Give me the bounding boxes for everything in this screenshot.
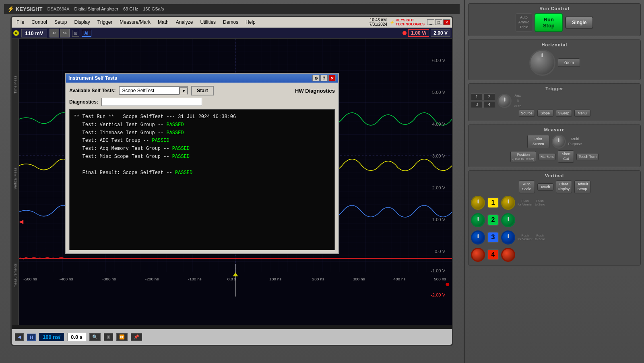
scope-header: ⚡ KEYSIGHT DSAZ634A Digital Signal Analy…	[4, 4, 460, 14]
ch3-row: 3 Push for Vernier Push to Zero	[471, 230, 638, 245]
test-line-0: ** Test Run ** Scope SelfTest --- 31 JUL…	[74, 114, 330, 120]
ch1-voltage: 1.00 V/	[408, 29, 429, 37]
svg-text:400 ns: 400 ns	[393, 277, 405, 281]
ai-btn[interactable]: AI	[82, 30, 91, 37]
ch3-scale-knob[interactable]	[471, 230, 485, 245]
search-btn[interactable]: 🔍	[89, 333, 101, 341]
markers-btn[interactable]: Markers	[539, 153, 556, 160]
dialog-close-btn[interactable]: ✕	[328, 75, 336, 81]
h-label: H	[27, 334, 36, 341]
multi-purpose-label: MultiPurpose	[568, 137, 582, 146]
nav-left-btn[interactable]: ◀	[15, 333, 24, 341]
svg-text:0.0 V: 0.0 V	[435, 249, 446, 254]
slope-btn[interactable]: Slope	[537, 110, 553, 117]
ch2-pos-knob[interactable]	[501, 213, 515, 227]
menu-trigger[interactable]: Trigger	[94, 19, 116, 26]
diagnostics-label: Diagnostics:	[69, 99, 98, 105]
available-tests-row: Available Self Tests: Scope SelfTest ▼ S…	[69, 86, 335, 95]
test-results: ** Test Run ** Scope SelfTest --- 31 JUL…	[69, 109, 335, 250]
ch1-pos-knob[interactable]	[501, 196, 515, 210]
menu-demos[interactable]: Demos	[220, 19, 242, 26]
horizontal-section: Horizontal Zoom	[468, 39, 641, 80]
svg-text:4.00 V: 4.00 V	[432, 122, 446, 127]
position-btn[interactable]: Position(Hold to Reset)	[510, 151, 536, 162]
default-setup-btn[interactable]: DefaultSetup	[574, 180, 590, 193]
redo-btn[interactable]: ↪	[60, 29, 70, 37]
trigger-marker	[233, 272, 238, 276]
ch4-pos-knob[interactable]	[501, 248, 515, 262]
horizontal-control-row: Zoom	[471, 50, 638, 76]
svg-text:-200 ns: -200 ns	[145, 277, 159, 281]
run-stop-btn[interactable]: RunStop	[535, 13, 563, 32]
trigger-menu-btn[interactable]: Menu	[574, 110, 590, 117]
zoom-btn[interactable]: ⊞	[72, 30, 79, 37]
trig-3[interactable]: 3	[471, 101, 483, 108]
dialog-gear-btn[interactable]: ⚙	[312, 75, 320, 81]
auto-scale-btn[interactable]: AutoScale	[519, 180, 535, 193]
touch-btn[interactable]: Touch	[537, 183, 553, 191]
scope-model: DSAZ634A	[47, 6, 69, 11]
ch3-pos-knob[interactable]	[501, 230, 515, 245]
start-btn[interactable]: Start	[191, 86, 213, 95]
grid-btn[interactable]: ⊞	[104, 333, 113, 341]
logo-symbol: ⚡	[7, 6, 14, 12]
menu-analyze[interactable]: Analyze	[173, 19, 196, 26]
trigger-pos[interactable]: 0.0 s	[67, 333, 86, 341]
undo-btn[interactable]: ↩	[50, 29, 59, 37]
screen-container: File Control Setup Display Trigger Measu…	[10, 16, 453, 346]
close-btn[interactable]: ✕	[443, 19, 450, 25]
test-dropdown[interactable]: Scope SelfTest	[119, 87, 180, 95]
menu-display[interactable]: Display	[71, 19, 93, 26]
menu-help[interactable]: Help	[242, 19, 259, 26]
menu-control[interactable]: Control	[28, 19, 50, 26]
sweep-btn[interactable]: Sweep	[556, 110, 572, 117]
source-btn[interactable]: Source	[519, 110, 535, 117]
ch4-scale-knob[interactable]	[471, 248, 485, 262]
trigger-section: Trigger 1 2 3 4 Aux ⎍ Auto Source Slope …	[468, 83, 641, 121]
dialog-content: Available Self Tests: Scope SelfTest ▼ S…	[66, 83, 338, 253]
time-per-div[interactable]: 100 ns/	[39, 333, 64, 341]
scope-freq: 63 GHz	[123, 6, 138, 11]
single-btn[interactable]: Single	[565, 17, 593, 29]
diagnostics-row: Diagnostics:	[69, 98, 335, 106]
run-control-title: Run Control	[471, 6, 638, 11]
measurements-label: measurements	[13, 263, 17, 288]
hw-diag-label: HW Diagnostics	[295, 88, 335, 94]
fast-forward-btn[interactable]: ⏩	[116, 333, 128, 341]
trig-1[interactable]: 1	[471, 93, 483, 100]
print-screen-btn[interactable]: PrintScreen	[527, 135, 549, 148]
menu-file[interactable]: File	[13, 19, 27, 26]
trigger-level-knob[interactable]	[497, 94, 512, 108]
clear-display-btn[interactable]: ClearDisplay	[556, 180, 572, 193]
test-line-1: Test: Vertical Test Group -- PASSED	[74, 122, 330, 129]
test-line-5: Test: Misc Scope Test Group -- PASSED	[74, 153, 330, 160]
ch2-scale-knob[interactable]	[471, 213, 485, 227]
zoom-btn-ctrl[interactable]: Zoom	[558, 58, 580, 67]
horizontal-knob[interactable]	[529, 50, 555, 76]
minimize-btn[interactable]: _	[427, 19, 434, 25]
svg-text:3.00 V: 3.00 V	[432, 154, 446, 158]
menu-math[interactable]: Math	[155, 19, 172, 26]
trig-4[interactable]: 4	[483, 101, 495, 108]
touch-turn-btn[interactable]: Touch Turn	[576, 153, 599, 160]
svg-text:5.00 V: 5.00 V	[432, 90, 446, 95]
multi-purpose-knob[interactable]	[552, 135, 566, 149]
bookmark-btn[interactable]: 📌	[131, 333, 142, 341]
svg-text:500 ns: 500 ns	[434, 277, 446, 281]
test-line-4: Test: Acq Memory Test Group -- PASSED	[74, 145, 330, 152]
menu-measure-mark[interactable]: Measure/Mark	[116, 19, 154, 26]
ch2-voltage: 2.00 V	[431, 29, 450, 37]
diagnostics-input[interactable]	[101, 98, 202, 106]
voltage-display: 110 mV	[21, 29, 47, 37]
menu-setup[interactable]: Setup	[51, 19, 70, 26]
ch1-scale-knob[interactable]	[471, 196, 485, 210]
dialog-controls: ⚙ ? ✕	[312, 75, 336, 81]
menu-utilities[interactable]: Utilities	[197, 19, 219, 26]
horizontal-title: Horizontal	[471, 42, 638, 47]
dialog-help-btn[interactable]: ?	[320, 75, 328, 81]
test-line-2: Test: Timebase Test Group -- PASSED	[74, 130, 330, 137]
dropdown-arrow-btn[interactable]: ▼	[180, 87, 188, 94]
short-cut-btn[interactable]: ShortCut	[558, 150, 574, 163]
maximize-btn[interactable]: □	[435, 19, 442, 25]
trig-2[interactable]: 2	[483, 93, 495, 100]
